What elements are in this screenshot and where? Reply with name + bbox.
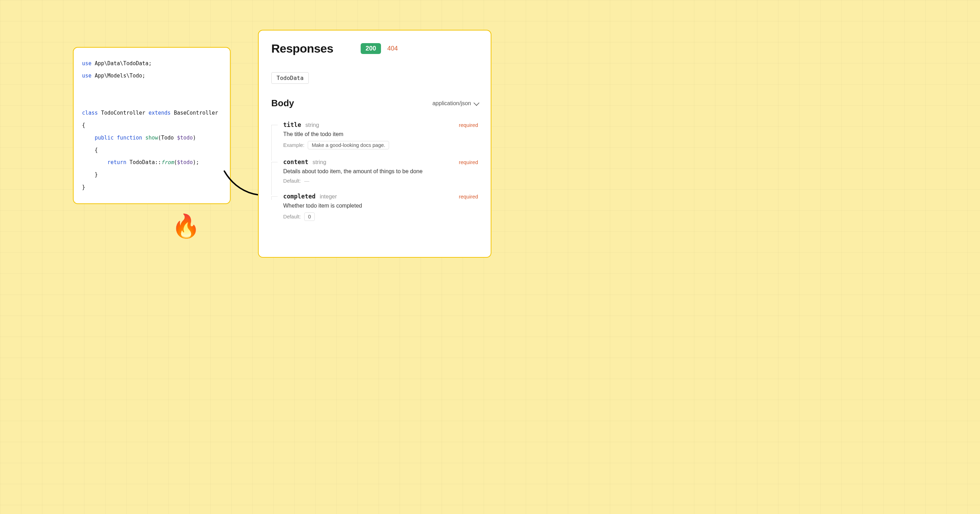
field-type: string xyxy=(305,122,319,128)
status-404-tab[interactable]: 404 xyxy=(387,45,398,52)
field-name: content xyxy=(283,159,309,165)
content-type-label: application/json xyxy=(433,100,471,107)
field-row: title string required The title of the t… xyxy=(283,121,478,159)
required-badge: required xyxy=(459,159,478,165)
field-default-chip: 0 xyxy=(304,212,315,221)
schema-chip[interactable]: TodoData xyxy=(271,72,309,84)
content-type-select[interactable]: application/json xyxy=(433,100,478,107)
field-row: content string required Details about to… xyxy=(283,159,478,193)
field-meta-label: Default: xyxy=(283,178,301,184)
code-block: use App\Data\TodoData; use App\Models\To… xyxy=(82,57,221,194)
field-meta-label: Example: xyxy=(283,142,304,148)
field-description: Details about todo item, the amount of t… xyxy=(283,168,478,175)
fire-icon: 🔥 xyxy=(172,215,200,237)
status-200-badge[interactable]: 200 xyxy=(361,43,381,54)
field-type: string xyxy=(313,159,326,165)
field-description: Whether todo item is completed xyxy=(283,203,478,209)
fields-list: title string required The title of the t… xyxy=(271,121,478,230)
required-badge: required xyxy=(459,194,478,199)
field-type: integer xyxy=(320,194,337,200)
field-name: completed xyxy=(283,193,315,200)
field-name: title xyxy=(283,121,301,128)
required-badge: required xyxy=(459,122,478,128)
body-heading: Body xyxy=(271,98,294,109)
chevron-down-icon xyxy=(474,100,479,106)
responses-card: Responses 200 404 TodoData Body applicat… xyxy=(258,30,492,258)
field-row: completed integer required Whether todo … xyxy=(283,193,478,230)
field-example-chip: Make a good-looking docs page. xyxy=(308,141,389,150)
field-default-empty: — xyxy=(304,178,310,184)
responses-title: Responses xyxy=(271,42,333,56)
code-card: use App\Data\TodoData; use App\Models\To… xyxy=(73,47,231,204)
field-meta-label: Default: xyxy=(283,214,301,220)
field-description: The title of the todo item xyxy=(283,131,478,137)
